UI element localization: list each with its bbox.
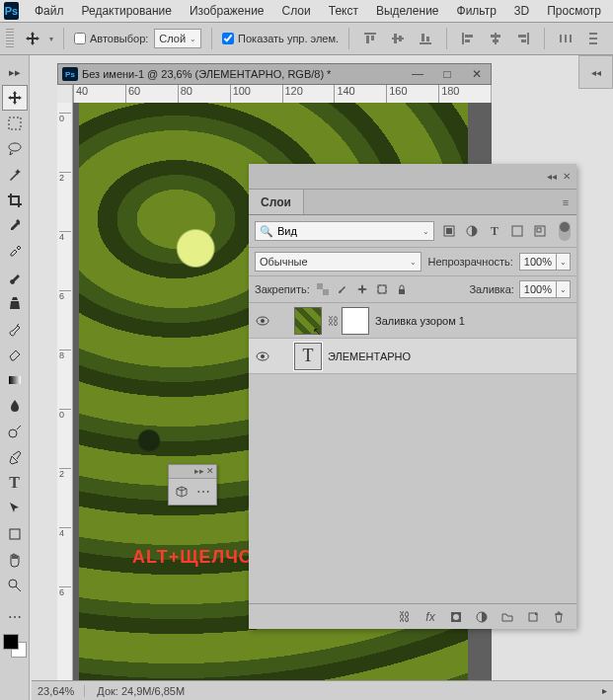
shape-tool[interactable] (2, 521, 28, 547)
fx-icon[interactable]: fx (422, 609, 438, 625)
color-swatches[interactable] (3, 634, 27, 658)
layer-mask-thumbnail[interactable] (342, 307, 369, 335)
ruler-horizontal[interactable]: 40 60 80 100 120 140 160 180 (57, 85, 492, 103)
opacity-input[interactable]: 100% ⌄ (519, 253, 571, 271)
filter-smart-icon[interactable] (531, 222, 549, 240)
mask-icon[interactable] (448, 609, 464, 625)
menu-edit[interactable]: Редактирование (74, 2, 180, 20)
collapse-toolbox-icon[interactable]: ▸▸ (2, 59, 28, 85)
lasso-tool[interactable] (2, 136, 28, 162)
move-tool-chip[interactable] (22, 28, 43, 49)
menu-image[interactable]: Изображение (182, 2, 272, 20)
hand-tool[interactable] (2, 547, 28, 573)
marquee-tool[interactable] (2, 111, 28, 136)
brush-tool[interactable] (2, 265, 28, 290)
panel-menu-icon[interactable]: ≡ (555, 190, 576, 214)
menu-3d[interactable]: 3D (506, 2, 537, 20)
eraser-tool[interactable] (2, 342, 28, 367)
layer-name[interactable]: ЭЛЕМЕНТАРНО (328, 350, 571, 362)
layer-filter-select[interactable]: 🔍 ⌄ (255, 221, 434, 241)
chevron-down-icon[interactable]: ⌄ (556, 253, 570, 271)
autoselect-scope-select[interactable]: Слой ⌄ (154, 29, 201, 48)
maximize-button[interactable]: □ (437, 67, 457, 81)
group-icon[interactable] (499, 609, 515, 625)
filter-shape-icon[interactable] (508, 222, 526, 240)
show-controls-checkbox[interactable]: Показать упр. элем. (222, 33, 339, 44)
fill-input[interactable]: 100% ⌄ (519, 280, 571, 298)
blend-mode-select[interactable]: Обычные ⌄ (255, 252, 421, 272)
path-select-tool[interactable] (2, 496, 28, 521)
menu-layers[interactable]: Слои (274, 2, 319, 20)
visibility-icon[interactable] (255, 313, 270, 329)
menu-view[interactable]: Просмотр (539, 2, 609, 20)
lock-all-icon[interactable] (394, 281, 410, 297)
crop-tool[interactable] (2, 188, 28, 213)
panel-collapse-icon[interactable]: ◂◂ (547, 171, 557, 182)
layer-thumbnail[interactable]: ↖ (294, 307, 322, 335)
layer-name[interactable]: Заливка узором 1 (375, 315, 571, 327)
move-tool[interactable] (2, 85, 28, 111)
mini-palette[interactable]: ▸▸ ✕ ⋯ (168, 464, 217, 506)
panel-close-icon[interactable]: ✕ (563, 171, 571, 182)
3d-panel-icon[interactable] (173, 483, 191, 501)
blur-tool[interactable] (2, 393, 28, 419)
text-tool[interactable]: T (2, 470, 28, 496)
delete-icon[interactable] (551, 609, 567, 625)
align-left-icon[interactable] (457, 28, 479, 49)
distribute-v-icon[interactable] (582, 28, 604, 49)
mini-close-icon[interactable]: ✕ (206, 467, 214, 476)
grip-icon[interactable] (6, 29, 14, 48)
lock-transparency-icon[interactable] (315, 281, 331, 297)
zoom-tool[interactable] (2, 573, 28, 598)
filter-pixel-icon[interactable] (440, 222, 458, 240)
filter-toggle[interactable] (559, 221, 571, 241)
lock-pixels-icon[interactable] (335, 281, 350, 297)
mini-menu-icon[interactable]: ⋯ (194, 483, 212, 501)
tab-layers[interactable]: Слои (249, 190, 304, 214)
healing-tool[interactable] (2, 239, 28, 265)
zoom-readout[interactable]: 23,64% (38, 685, 85, 697)
align-top-icon[interactable] (359, 28, 381, 49)
collapsed-panel-dock[interactable]: ◂◂ (578, 55, 613, 89)
pen-tool[interactable] (2, 444, 28, 470)
dodge-tool[interactable] (2, 419, 28, 444)
magic-wand-tool[interactable] (2, 162, 28, 188)
align-hcenter-icon[interactable] (485, 28, 506, 49)
menu-select[interactable]: Выделение (368, 2, 447, 20)
layer-row[interactable]: T ЭЛЕМЕНТАРНО (249, 339, 576, 374)
visibility-icon[interactable] (255, 349, 270, 364)
lock-position-icon[interactable] (354, 281, 370, 297)
gradient-tool[interactable] (2, 367, 28, 393)
status-chevron-icon[interactable]: ▸ (602, 685, 607, 696)
autoselect-checkbox[interactable]: Автовыбор: (74, 33, 148, 44)
link-layers-icon[interactable]: ⛓ (397, 609, 413, 625)
chevron-down-icon[interactable]: ⌄ (556, 280, 570, 298)
doc-size-value: 24,9M/6,85M (121, 685, 185, 697)
new-layer-icon[interactable] (525, 609, 541, 625)
layer-row[interactable]: ↖ ⛓ Заливка узором 1 (249, 303, 576, 339)
filter-text-icon[interactable]: T (486, 222, 503, 240)
align-right-icon[interactable] (512, 28, 534, 49)
menu-filter[interactable]: Фильтр (449, 2, 504, 20)
menu-file[interactable]: Файл (27, 2, 72, 20)
lock-artboard-icon[interactable] (374, 281, 390, 297)
adjustment-icon[interactable] (474, 609, 490, 625)
align-vcenter-icon[interactable] (387, 28, 409, 49)
link-icon[interactable]: ⛓ (328, 315, 336, 327)
align-bottom-icon[interactable] (415, 28, 436, 49)
menu-text[interactable]: Текст (321, 2, 366, 20)
edit-toolbar-icon[interactable]: ⋯ (2, 604, 28, 630)
fg-color[interactable] (3, 634, 19, 650)
filter-adjust-icon[interactable] (463, 222, 481, 240)
distribute-h-icon[interactable] (555, 28, 576, 49)
clone-tool[interactable] (2, 290, 28, 316)
ruler-vertical[interactable]: 0 2 4 6 8 0 2 4 6 (57, 103, 73, 685)
document-titlebar[interactable]: Ps Без имени-1 @ 23,6% (ЭЛЕМЕНТАРНО, RGB… (57, 63, 492, 85)
layer-filter-input[interactable] (277, 225, 422, 237)
history-brush-tool[interactable] (2, 316, 28, 342)
minimize-button[interactable]: — (408, 67, 427, 81)
eyedropper-tool[interactable] (2, 213, 28, 239)
close-button[interactable]: ✕ (467, 67, 487, 81)
text-layer-thumbnail[interactable]: T (294, 343, 322, 370)
mini-collapse-icon[interactable]: ▸▸ (194, 467, 204, 476)
